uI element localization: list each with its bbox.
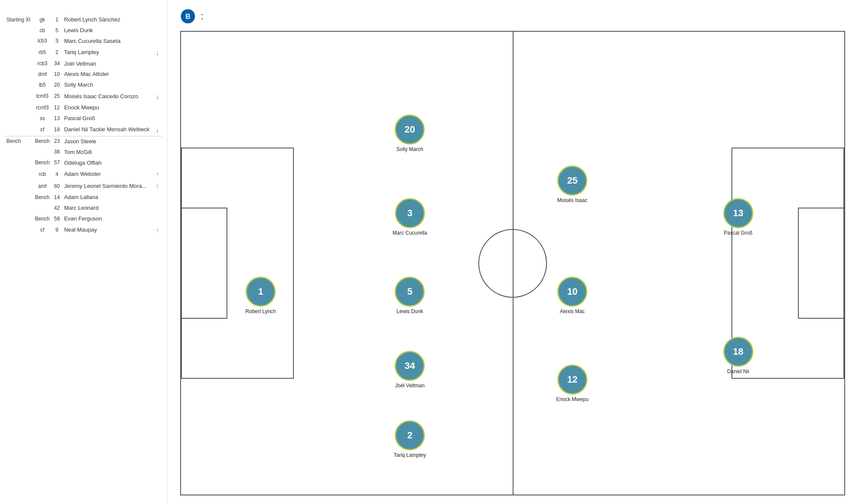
- player-token[interactable]: 5Lewis Dunk: [395, 277, 425, 314]
- row-section: [4, 113, 33, 124]
- player-token[interactable]: 20Solly March: [395, 115, 425, 152]
- row-name: Neal Maupay: [62, 224, 152, 236]
- row-section: [4, 203, 33, 214]
- player-token[interactable]: 3Marc Cucurella: [393, 198, 427, 236]
- row-name: Adam Webster: [62, 168, 152, 180]
- row-icon: [152, 15, 163, 25]
- player-token[interactable]: 13Pascal Groß: [723, 198, 753, 236]
- row-position: Bench: [33, 158, 52, 169]
- row-section: [4, 36, 33, 47]
- row-section: [4, 103, 33, 113]
- substitution-out-icon: ↓: [156, 126, 159, 133]
- substitution-in-icon: ↑: [156, 182, 159, 190]
- row-icon: [152, 80, 163, 91]
- substitution-out-icon: ↓: [156, 93, 159, 100]
- row-section: [4, 192, 33, 203]
- row-section: [4, 214, 33, 224]
- player-token[interactable]: 2Tariq Lamptey: [394, 420, 426, 458]
- row-icon: [152, 136, 163, 147]
- row-number: 4: [52, 168, 62, 180]
- row-number: 13: [52, 113, 62, 124]
- row-name: Tariq Lamptey: [62, 47, 152, 59]
- row-name: Odeluga Offiah: [62, 158, 152, 169]
- player-label: Pascal Groß: [724, 230, 752, 236]
- player-label: Moisés Isaac: [557, 197, 587, 203]
- player-token[interactable]: 12Enock Mwepu: [556, 365, 588, 402]
- player-label: Robert Lynch: [245, 308, 276, 314]
- player-label: Daniel Nii: [727, 368, 749, 374]
- svg-text:B: B: [185, 13, 190, 20]
- player-label: Solly March: [396, 146, 423, 152]
- row-icon: [152, 203, 163, 214]
- row-position: Bench: [33, 214, 52, 224]
- row-name: Enock Mwepu: [62, 103, 152, 113]
- row-section: [4, 69, 33, 80]
- row-number: 12: [52, 103, 62, 113]
- player-label: Marc Cucurella: [393, 230, 427, 236]
- row-icon: [152, 59, 163, 69]
- row-icon: ↓: [152, 124, 163, 136]
- player-number: 10: [557, 277, 587, 307]
- row-name: Tom McGill: [62, 147, 152, 158]
- row-position: lb5: [33, 80, 52, 91]
- row-section: [4, 124, 33, 136]
- row-position: [33, 147, 52, 158]
- row-position: ss: [33, 113, 52, 124]
- row-icon: ↑: [152, 180, 163, 192]
- row-name: Solly March: [62, 80, 152, 91]
- player-number: 25: [557, 166, 587, 196]
- row-number: 58: [52, 214, 62, 224]
- row-number: 38: [52, 147, 62, 158]
- row-icon: [152, 158, 163, 169]
- row-name: Robert Lynch Sánchez: [62, 15, 152, 25]
- row-position: lcb3: [33, 36, 52, 47]
- center-circle: [478, 229, 547, 298]
- substitution-in-icon: ↑: [156, 226, 159, 234]
- player-number: 5: [395, 277, 425, 307]
- pitch-panel: B : 20Solly March3Marc Cucurella5Lewis D…: [167, 0, 858, 504]
- player-token[interactable]: 10Alexis Mac: [557, 277, 587, 314]
- row-number: 5: [52, 25, 62, 36]
- row-position: rcb: [33, 168, 52, 180]
- row-position: [33, 203, 52, 214]
- row-number: 34: [52, 59, 62, 69]
- row-name: Daniel Nii Tackie Mensah Welbeck: [62, 124, 152, 136]
- player-token[interactable]: 18Daniel Nii: [723, 337, 753, 374]
- row-name: Moisés Isaac Caicedo Corozo: [62, 91, 152, 103]
- row-icon: [152, 192, 163, 203]
- lineup-table: Starting XIgk1Robert Lynch Sánchezcb5Lew…: [4, 15, 163, 236]
- row-section: [4, 224, 33, 236]
- row-number: 10: [52, 69, 62, 80]
- player-token[interactable]: 34Joël Veltman: [395, 351, 425, 389]
- row-position: rb5: [33, 47, 52, 59]
- row-position: dmf: [33, 69, 52, 80]
- player-number: 13: [723, 198, 753, 228]
- row-icon: [152, 25, 163, 36]
- formation-separator: :: [201, 11, 203, 21]
- row-section: [4, 59, 33, 69]
- row-number: 2: [52, 47, 62, 59]
- row-number: 42: [52, 203, 62, 214]
- row-number: 9: [52, 224, 62, 236]
- row-position: cb: [33, 25, 52, 36]
- player-token[interactable]: 1Robert Lynch: [245, 277, 276, 314]
- row-number: 57: [52, 158, 62, 169]
- player-number: 2: [395, 420, 425, 450]
- row-number: 25: [52, 91, 62, 103]
- player-number: 3: [395, 198, 425, 228]
- player-number: 18: [723, 337, 753, 367]
- row-section: [4, 91, 33, 103]
- player-token[interactable]: 25Moisés Isaac: [557, 166, 587, 203]
- row-name: Jason Steele: [62, 136, 152, 147]
- row-number: 60: [52, 180, 62, 192]
- substitution-in-icon: ↑: [156, 170, 159, 178]
- row-number: 18: [52, 124, 62, 136]
- row-number: 20: [52, 80, 62, 91]
- row-number: 23: [52, 136, 62, 147]
- row-name: Lewis Dunk: [62, 25, 152, 36]
- row-section: [4, 158, 33, 169]
- substitution-out-icon: ↓: [156, 49, 159, 56]
- row-position: rcmf3: [33, 103, 52, 113]
- row-number: 14: [52, 192, 62, 203]
- row-name: Marc Leonard: [62, 203, 152, 214]
